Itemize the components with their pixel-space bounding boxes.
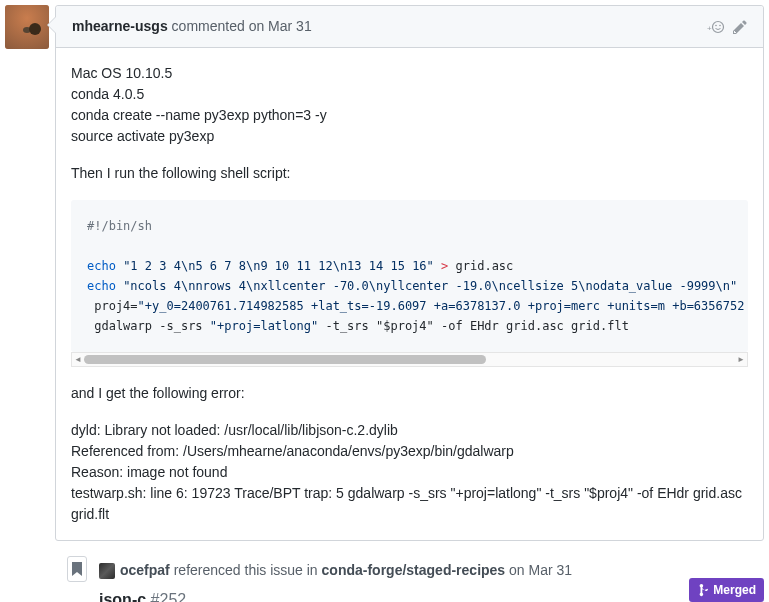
comment-container: mhearne-usgs commented on Mar 31 + Mac O… [55, 5, 764, 541]
scrollbar-thumb[interactable] [84, 355, 486, 364]
code-cmd: echo [87, 259, 116, 273]
bookmark-icon [67, 556, 87, 582]
error-line: Referenced from: /Users/mhearne/anaconda… [71, 441, 748, 462]
issue-number[interactable]: #252 [151, 591, 187, 602]
ref-author[interactable]: ocefpaf [120, 560, 170, 581]
code-string: "1 2 3 4\n5 6 7 8\n9 10 11 12\n13 14 15 … [123, 259, 434, 273]
body-text: Then I run the following shell script: [71, 163, 748, 184]
issue-title-link[interactable]: json-c [99, 591, 146, 602]
body-line: conda create --name py3exp python=3 -y [71, 105, 748, 126]
code-string: "+y_0=2400761.714982585 +lat_ts=-19.6097… [138, 299, 745, 313]
comment-author[interactable]: mhearne-usgs [72, 18, 168, 34]
avatar[interactable] [99, 563, 115, 579]
code-string: "+proj=latlong" [210, 319, 318, 333]
svg-point-3 [719, 24, 721, 26]
body-text: and I get the following error: [71, 383, 748, 404]
code-text: grid.asc [448, 259, 513, 273]
body-line: source activate py3exp [71, 126, 748, 147]
code-block: #!/bin/sh echo "1 2 3 4\n5 6 7 8\n9 10 1… [71, 200, 748, 352]
merged-badge: Merged [689, 578, 764, 602]
git-merge-icon [697, 583, 709, 597]
code-text: proj4= [87, 299, 138, 313]
error-line: dyld: Library not loaded: /usr/local/lib… [71, 420, 748, 441]
ref-timestamp[interactable]: on Mar 31 [509, 560, 572, 581]
code-text: gdalwarp -s_srs [87, 319, 210, 333]
svg-point-1 [713, 21, 724, 32]
body-line: conda 4.0.5 [71, 84, 748, 105]
body-line: Mac OS 10.10.5 [71, 63, 748, 84]
comment-body: Mac OS 10.10.5 conda 4.0.5 conda create … [56, 48, 763, 540]
comment-header: mhearne-usgs commented on Mar 31 + [56, 6, 763, 48]
svg-point-2 [715, 24, 717, 26]
ref-repo-link[interactable]: conda-forge/staged-recipes [322, 560, 506, 581]
comment-action-text: commented [172, 18, 245, 34]
horizontal-scrollbar[interactable]: ◄ ► [71, 352, 748, 367]
comment-timestamp[interactable]: on Mar 31 [249, 18, 312, 34]
edit-icon[interactable] [733, 19, 747, 35]
scroll-left-icon[interactable]: ◄ [72, 353, 84, 366]
code-string: "ncols 4\nnrows 4\nxllcenter -70.0\nyllc… [123, 279, 737, 293]
code-shebang: #!/bin/sh [87, 219, 152, 233]
add-reaction-icon[interactable]: + [707, 19, 725, 35]
avatar[interactable] [5, 5, 49, 49]
code-text: -t_srs "$proj4" -of EHdr grid.asc grid.f… [318, 319, 629, 333]
error-line: Reason: image not found [71, 462, 748, 483]
scroll-right-icon[interactable]: ► [735, 353, 747, 366]
ref-action: referenced this issue in [174, 560, 318, 581]
error-line: testwarp.sh: line 6: 19723 Trace/BPT tra… [71, 483, 748, 525]
code-cmd: echo [87, 279, 116, 293]
svg-text:+: + [707, 24, 712, 33]
merged-label: Merged [713, 581, 756, 599]
